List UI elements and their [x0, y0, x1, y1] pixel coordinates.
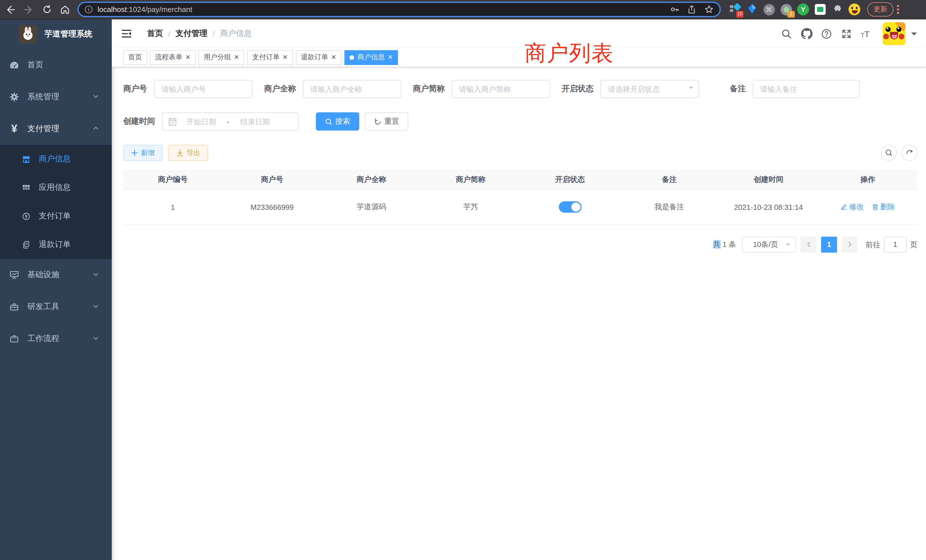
status-toggle[interactable] [558, 201, 581, 213]
browser-back-button[interactable] [2, 2, 18, 17]
sidebar-item-merchant-info[interactable]: 商户信息 [0, 145, 112, 173]
chrome-update-button[interactable]: 更新 [867, 2, 894, 17]
date-separator: - [226, 117, 231, 126]
cell-status [520, 189, 619, 225]
page-number-1[interactable]: 1 [821, 236, 837, 252]
tab-refund-order[interactable]: 退款订单✕ [296, 50, 341, 65]
tab-home[interactable]: 首页 [123, 50, 147, 65]
chevron-down-icon [92, 334, 99, 343]
fullscreen-icon[interactable] [841, 28, 852, 39]
tab-user-group[interactable]: 用户分组✕ [198, 50, 244, 65]
prev-page-button[interactable] [800, 236, 817, 252]
sidebar-logo[interactable]: 芋道管理系统 [0, 20, 112, 49]
payment-submenu: 商户信息 应用信息 支付订单 [0, 145, 112, 259]
font-size-icon[interactable]: TT [861, 29, 870, 38]
sidebar-item-pay-order[interactable]: 支付订单 [0, 202, 112, 230]
start-date-input[interactable] [177, 117, 226, 126]
browser-forward-button[interactable] [21, 2, 36, 17]
password-key-icon[interactable] [669, 5, 679, 14]
search-button[interactable]: 搜索 [316, 112, 359, 130]
top-navbar: 首页 / 支付管理 / 商户信息 [112, 20, 926, 48]
tab-merchant-info[interactable]: 商户信息✕ [344, 50, 398, 65]
sidebar-item-workflow[interactable]: 工作流程 [0, 323, 112, 355]
tab-pay-order[interactable]: 支付订单✕ [247, 50, 293, 65]
sidebar-item-dev-tools[interactable]: 研发工具 [0, 291, 112, 323]
breadcrumb-payment[interactable]: 支付管理 [176, 29, 207, 39]
annotation-title: 商户列表 [525, 39, 614, 68]
sidebar-item-system[interactable]: 系统管理 [0, 81, 112, 113]
close-icon[interactable]: ✕ [185, 54, 191, 61]
close-icon[interactable]: ✕ [388, 54, 393, 61]
add-button[interactable]: 新增 [123, 145, 162, 161]
refresh-icon [374, 118, 381, 125]
address-bar[interactable]: localhost:1024/pay/merchant [77, 2, 721, 17]
show-search-toggle-button[interactable] [881, 145, 897, 161]
bookmark-star-icon[interactable] [704, 5, 714, 14]
cell-remark: 我是备注 [619, 189, 719, 225]
profile-avatar-icon[interactable] [849, 3, 861, 15]
avatar [883, 22, 905, 45]
close-icon[interactable]: ✕ [283, 54, 287, 61]
col-full-name: 商户全称 [322, 170, 421, 189]
sidebar-item-label: 基础设施 [27, 270, 59, 280]
sidebar-item-home[interactable]: 首页 [0, 49, 112, 81]
extension-command-icon[interactable]: ⌘ [763, 3, 775, 15]
cell-full-name: 芋道源码 [322, 189, 421, 225]
merchant-no-input[interactable] [154, 80, 253, 98]
sidebar-item-refund-order[interactable]: 退款订单 [0, 230, 112, 259]
extension-y-icon[interactable]: Y [797, 3, 809, 15]
chevron-left-icon [805, 241, 812, 248]
col-merchant-id: 商户编号 [123, 170, 222, 189]
goto-page-input[interactable] [884, 236, 906, 252]
help-icon[interactable] [821, 28, 832, 39]
share-icon[interactable] [687, 5, 696, 14]
full-name-input[interactable] [303, 80, 401, 98]
extension-kite-icon[interactable] [746, 3, 758, 15]
close-icon[interactable]: ✕ [234, 54, 239, 61]
sidebar-fold-icon[interactable] [120, 27, 133, 40]
sidebar-item-payment[interactable]: ¥ 支付管理 [0, 113, 112, 145]
pagination: 共 1 条 10条/页 1 前往页 [123, 236, 917, 252]
breadcrumb-home[interactable]: 首页 [147, 29, 163, 39]
breadcrumb-separator: / [213, 29, 215, 38]
browser-reload-button[interactable] [39, 2, 55, 17]
goto-page: 前往页 [865, 236, 917, 252]
sidebar-item-app-info[interactable]: 应用信息 [0, 173, 112, 202]
chrome-menu-icon[interactable] [897, 5, 899, 14]
reset-button[interactable]: 重置 [365, 112, 408, 130]
close-icon[interactable]: ✕ [331, 54, 336, 61]
status-select[interactable] [601, 80, 699, 98]
remark-input[interactable] [753, 80, 860, 98]
sidebar-item-infrastructure[interactable]: 基础设施 [0, 259, 112, 291]
sidebar-item-label: 退款订单 [39, 239, 71, 250]
table-header-row: 商户编号 商户号 商户全称 商户简称 开启状态 备注 创建时间 操作 [123, 170, 917, 189]
delete-link[interactable]: 删除 [872, 202, 895, 212]
url-text: localhost:1024/pay/merchant [97, 5, 192, 14]
short-name-input[interactable] [452, 80, 550, 98]
monitor-chart-icon [9, 270, 20, 280]
yen-icon: ¥ [9, 124, 20, 134]
extension-badge: 1 [787, 11, 795, 18]
sidebar-item-label: 系统管理 [27, 92, 59, 102]
extension-recorder-icon[interactable]: 1 [780, 3, 792, 15]
tab-process-form[interactable]: 流程表单✕ [150, 50, 195, 65]
date-range-picker[interactable]: - [162, 112, 299, 130]
next-page-button[interactable] [841, 236, 858, 252]
user-menu[interactable] [883, 22, 917, 45]
export-button[interactable]: 导出 [168, 145, 208, 161]
plus-icon [131, 150, 138, 156]
refresh-table-button[interactable] [902, 145, 917, 161]
edit-link[interactable]: 修改 [840, 202, 864, 212]
sidebar-item-label: 支付管理 [27, 124, 59, 134]
gear-icon [9, 92, 20, 102]
end-date-input[interactable] [231, 117, 280, 126]
header-search-icon[interactable] [781, 28, 792, 39]
site-info-icon[interactable] [85, 5, 93, 14]
extension-chat-icon[interactable] [814, 3, 826, 15]
browser-home-button[interactable] [57, 2, 73, 17]
extensions-puzzle-icon[interactable] [831, 3, 843, 15]
extension-tasks-icon[interactable]: 10 [729, 3, 741, 15]
page-size-select[interactable]: 10条/页 [742, 236, 796, 252]
short-name-label: 商户简称 [413, 84, 452, 94]
github-icon[interactable] [801, 28, 812, 39]
